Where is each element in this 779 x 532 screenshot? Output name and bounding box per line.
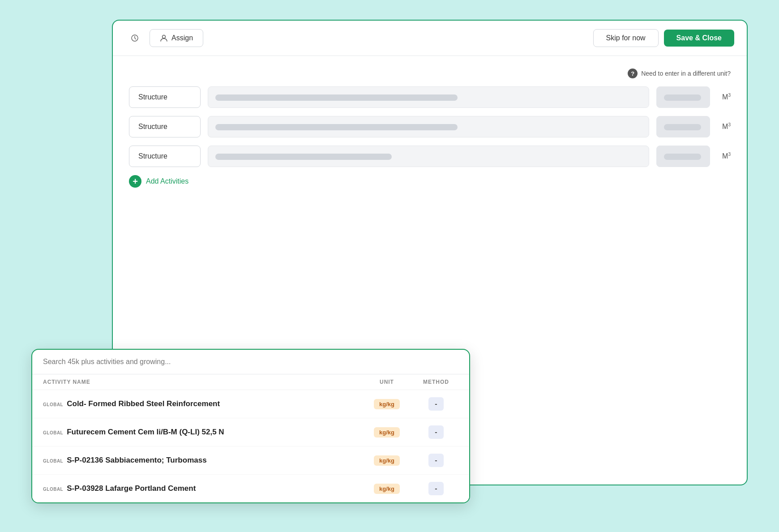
activity-tag: GLOBAL	[43, 459, 63, 463]
unit-badge: kg/kg	[360, 455, 414, 466]
activity-name-cell: GLOBALS-P-03928 Lafarge Portland Cement	[43, 484, 360, 493]
help-icon: ?	[628, 69, 638, 78]
activity-name-cell: GLOBALCold- Formed Ribbed Steel Reinforc…	[43, 399, 360, 408]
unit-hint: ? Need to enter in a different unit?	[129, 69, 731, 78]
quantity-input-narrow[interactable]	[656, 86, 710, 108]
structure-label: Structure	[129, 116, 201, 137]
search-input[interactable]	[43, 358, 458, 366]
structure-label: Structure	[129, 86, 201, 108]
refresh-button[interactable]	[125, 29, 144, 47]
list-item[interactable]: GLOBALS-P-03928 Lafarge Portland Cement …	[32, 475, 469, 502]
unit-value: kg/kg	[374, 455, 400, 466]
activity-name-cell: GLOBALFuturecem Cement Cem li/B-M (Q-LI)…	[43, 428, 360, 437]
structure-row: Structure M3	[129, 116, 731, 137]
activity-tag: GLOBAL	[43, 487, 63, 492]
list-item[interactable]: GLOBALS-P-02136 Sabbiacemento; Turbomass…	[32, 446, 469, 475]
structure-row: Structure M3	[129, 146, 731, 167]
unit-label: M3	[717, 122, 731, 131]
unit-value: kg/kg	[374, 484, 400, 494]
method-button[interactable]: -	[428, 482, 444, 495]
quantity-input-narrow[interactable]	[656, 116, 710, 137]
search-dropdown-panel: ACTIVITY NAME UNIT METHOD GLOBALCold- Fo…	[31, 349, 470, 503]
method-col: -	[414, 454, 458, 467]
method-button[interactable]: -	[428, 454, 444, 467]
toolbar: Assign Skip for now Save & Close	[113, 21, 747, 56]
unit-badge: kg/kg	[360, 399, 414, 409]
add-icon: +	[129, 175, 141, 188]
structure-row: Structure M3	[129, 86, 731, 108]
quantity-input-wide[interactable]	[208, 116, 649, 137]
structure-label: Structure	[129, 146, 201, 167]
unit-value: kg/kg	[374, 427, 400, 438]
assign-button[interactable]: Assign	[150, 29, 203, 47]
activity-list: GLOBALCold- Formed Ribbed Steel Reinforc…	[32, 390, 469, 502]
method-col: -	[414, 482, 458, 495]
activity-tag: GLOBAL	[43, 430, 63, 435]
add-activities-button[interactable]: + Add Activities	[129, 175, 731, 188]
list-item[interactable]: GLOBALCold- Formed Ribbed Steel Reinforc…	[32, 390, 469, 418]
unit-value: kg/kg	[374, 399, 400, 409]
method-col: -	[414, 397, 458, 411]
content-area: ? Need to enter in a different unit? Str…	[113, 56, 747, 200]
col-header-method: METHOD	[414, 379, 458, 385]
search-input-row	[32, 350, 469, 374]
unit-badge: kg/kg	[360, 484, 414, 494]
col-header-unit: UNIT	[360, 379, 414, 385]
quantity-input-wide[interactable]	[208, 86, 649, 108]
activity-name-cell: GLOBALS-P-02136 Sabbiacemento; Turbomass	[43, 456, 360, 465]
method-button[interactable]: -	[428, 397, 444, 411]
quantity-input-wide[interactable]	[208, 146, 649, 167]
col-header-activity-name: ACTIVITY NAME	[43, 379, 360, 385]
unit-label: M3	[717, 152, 731, 160]
quantity-input-narrow[interactable]	[656, 146, 710, 167]
list-item[interactable]: GLOBALFuturecem Cement Cem li/B-M (Q-LI)…	[32, 418, 469, 446]
skip-button[interactable]: Skip for now	[593, 29, 659, 47]
save-close-button[interactable]: Save & Close	[664, 30, 734, 47]
method-button[interactable]: -	[428, 425, 444, 439]
unit-badge: kg/kg	[360, 427, 414, 438]
method-col: -	[414, 425, 458, 439]
svg-point-0	[163, 35, 166, 39]
unit-label: M3	[717, 93, 731, 101]
search-table-header: ACTIVITY NAME UNIT METHOD	[32, 374, 469, 390]
activity-tag: GLOBAL	[43, 402, 63, 407]
